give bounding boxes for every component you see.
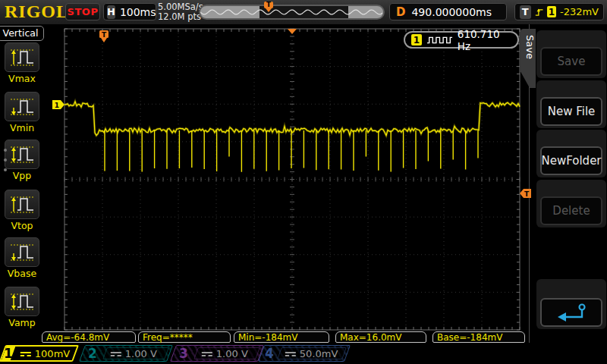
menu-item-vamp[interactable]: Vamp xyxy=(3,287,41,328)
vmin-label: Vmin xyxy=(3,122,41,133)
trigger-label: T xyxy=(520,5,531,19)
measurement-base[interactable]: Base=-184mV xyxy=(432,331,525,343)
timebase-value: 100ms xyxy=(120,6,156,18)
frequency-counter: 1 610.710 Hz xyxy=(404,31,519,49)
menu-item-vtop[interactable]: Vtop xyxy=(3,190,41,231)
channel-4-scale: 50.0mV xyxy=(300,348,338,359)
run-state-indicator[interactable]: STOP xyxy=(65,3,100,20)
channel-3-number: 3 xyxy=(179,346,188,361)
counter-channel-badge: 1 xyxy=(411,34,422,46)
overview-trigger-position-icon[interactable]: T xyxy=(264,2,273,12)
channel-4-badge[interactable]: 4 50.0mV xyxy=(258,345,351,362)
menu-item-vbase[interactable]: Vbase xyxy=(3,237,41,279)
waveform-overview-bar[interactable] xyxy=(199,5,385,20)
acquisition-info: 5.00MSa/s 12.0M pts xyxy=(158,2,203,22)
return-arrow-icon xyxy=(554,303,589,322)
top-status-bar: RIGOL STOP H 100ms 5.00MSa/s 12.0M pts T… xyxy=(0,0,607,25)
menu-slot: New File xyxy=(536,80,606,128)
overview-trigger-pointer xyxy=(266,8,272,12)
vmax-icon xyxy=(8,47,36,68)
vtop-icon xyxy=(8,194,36,215)
counter-frequency-value: 610.710 Hz xyxy=(458,28,511,52)
channel-status-bar: 1 100mV 2 1.00 V 3 1.00 V 4 50.0mV xyxy=(0,343,607,364)
save-menu-tab: Save xyxy=(521,29,536,88)
dc-coupling-icon xyxy=(202,350,212,357)
measurement-min[interactable]: Min=-184mV xyxy=(234,331,329,343)
menu-slot: NewFolder xyxy=(536,130,606,177)
save-button[interactable]: Save xyxy=(540,47,602,76)
measure-menu-panel: Vertical Vmax Vmin Vpp Vtop Vbase Vamp xyxy=(0,24,43,343)
vamp-label: Vamp xyxy=(3,317,41,328)
page-indicator-dot xyxy=(4,158,7,162)
channel-2-scale: 1.00 V xyxy=(125,348,157,359)
menu-item-vmax[interactable]: Vmax xyxy=(3,42,41,84)
menu-item-vpp[interactable]: Vpp xyxy=(3,140,41,181)
page-indicator-dot xyxy=(4,149,7,152)
back-button[interactable] xyxy=(540,298,602,327)
menu-slot: Delete xyxy=(536,180,606,228)
trigger-field[interactable]: T 1 -232mV xyxy=(514,3,604,20)
delay-field[interactable]: D 490.000000ms xyxy=(389,3,507,20)
channel-3-badge[interactable]: 3 1.00 V xyxy=(170,345,264,362)
new-folder-button[interactable]: NewFolder xyxy=(540,146,602,175)
channel-3-scale: 1.00 V xyxy=(216,348,248,359)
vbase-label: Vbase xyxy=(3,268,41,279)
overview-trigger-letter: T xyxy=(264,2,273,8)
rising-edge-icon xyxy=(535,6,543,18)
channel-2-number: 2 xyxy=(88,346,97,361)
channel-1-number: 1 xyxy=(4,346,13,361)
measurement-max[interactable]: Max=16.0mV xyxy=(335,331,426,343)
channel-1-scale: 100mV xyxy=(35,348,70,359)
horizontal-timebase-field[interactable]: H 100ms xyxy=(103,3,156,20)
waveform-display: 1TT xyxy=(0,0,607,364)
channel-2-badge[interactable]: 2 1.00 V xyxy=(79,345,173,362)
rigol-logo: RIGOL xyxy=(5,2,69,22)
delay-value: 490.000000ms xyxy=(411,6,492,18)
menu-item-vmin[interactable]: Vmin xyxy=(3,92,41,133)
vmin-icon xyxy=(8,96,36,118)
save-menu-panel: Save Save New File NewFolder Delete xyxy=(529,24,607,343)
measure-menu-title: Vertical xyxy=(0,26,44,41)
svg-text:T: T xyxy=(102,31,107,39)
trigger-source-badge: 1 xyxy=(547,6,556,17)
dc-coupling-icon xyxy=(20,350,31,357)
vbase-icon xyxy=(8,242,36,263)
square-wave-icon xyxy=(426,36,453,45)
dc-coupling-icon xyxy=(285,350,296,357)
delay-label: D xyxy=(396,5,405,19)
new-file-button[interactable]: New File xyxy=(540,97,602,126)
memory-depth: 12.0M pts xyxy=(158,12,203,22)
dc-coupling-icon xyxy=(111,350,121,357)
menu-slot: Save xyxy=(536,30,606,78)
oscilloscope-screen: 1TT RIGOL STOP H 100ms 5.00MSa/s 12.0M p… xyxy=(0,0,607,364)
channel-4-number: 4 xyxy=(265,346,274,361)
trigger-level-value: -232mV xyxy=(560,6,599,17)
channel-1-badge[interactable]: 1 100mV xyxy=(0,345,79,362)
menu-slot xyxy=(536,279,606,329)
vmax-label: Vmax xyxy=(3,73,41,84)
vamp-icon xyxy=(8,291,36,312)
vtop-label: Vtop xyxy=(3,220,41,231)
horizontal-label: H xyxy=(107,5,115,19)
measurement-freq[interactable]: Freq=***** xyxy=(138,331,231,343)
svg-text:1: 1 xyxy=(55,102,59,109)
page-indicator-dot xyxy=(4,168,7,171)
measurement-avg[interactable]: Avg=-64.8mV xyxy=(42,331,136,343)
delete-button[interactable]: Delete xyxy=(540,196,602,225)
vpp-label: Vpp xyxy=(3,170,41,181)
overview-wave xyxy=(200,6,383,18)
vpp-icon xyxy=(8,144,36,165)
